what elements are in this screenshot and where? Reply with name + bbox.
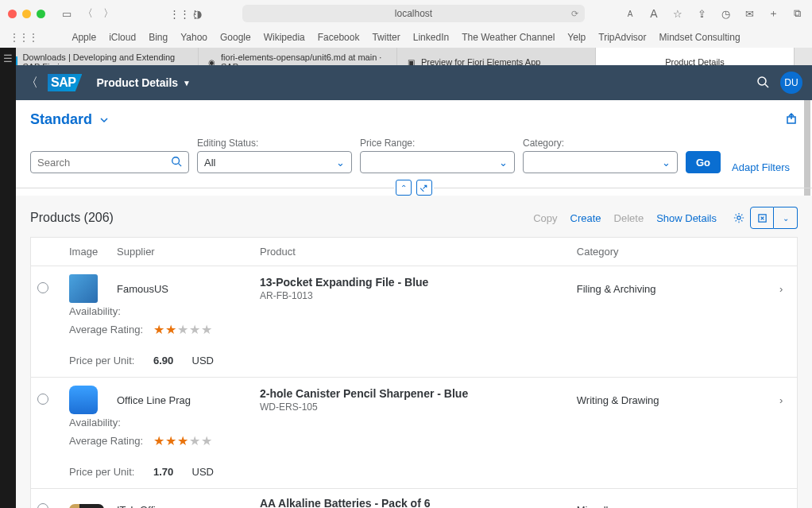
- nav-back-icon[interactable]: 〈: [80, 6, 95, 21]
- category-select[interactable]: ⌄: [523, 151, 678, 173]
- user-avatar[interactable]: DU: [780, 72, 802, 94]
- toolbar-right: A A ☆ ⇪ ◷ ✉ ＋ ⧉: [623, 6, 804, 21]
- product-id: AR-FB-1013: [260, 290, 564, 301]
- copy-button[interactable]: Copy: [527, 212, 563, 224]
- new-tab-icon[interactable]: ＋: [766, 6, 780, 21]
- create-button[interactable]: Create: [564, 212, 608, 224]
- chevron-down-icon: ⌄: [783, 214, 789, 223]
- svg-line-1: [765, 84, 768, 87]
- chevron-down-icon: ▼: [183, 79, 191, 87]
- editing-status-select[interactable]: All ⌄: [197, 151, 352, 173]
- collapse-header-button[interactable]: ⌃: [396, 180, 412, 196]
- price-range-filter: Price Range: ⌄: [360, 138, 515, 173]
- gear-icon: [733, 212, 744, 223]
- search-filter: [30, 151, 189, 173]
- close-window-icon[interactable]: [8, 10, 17, 18]
- bookmark-link[interactable]: Apple: [72, 32, 96, 43]
- rating-stars: ★★★★★: [153, 322, 213, 337]
- bookmark-link[interactable]: Mindset Consulting: [659, 32, 740, 43]
- row-radio[interactable]: [37, 282, 48, 293]
- reload-icon[interactable]: ⟳: [571, 9, 578, 19]
- availability-label: Availability:: [69, 305, 147, 317]
- export-segmented: ⌄: [750, 207, 798, 229]
- bookmarks-menu-icon[interactable]: ⋮⋮⋮: [10, 32, 38, 43]
- shell-bar: 〈 SAP Product Details ▼ DU: [16, 65, 812, 100]
- bookmark-link[interactable]: LinkedIn: [413, 32, 449, 43]
- text-size-large-icon[interactable]: A: [647, 7, 661, 20]
- apps-grid-icon[interactable]: ⋮⋮⋮: [169, 8, 184, 20]
- row-nav-icon[interactable]: ›: [779, 283, 783, 295]
- col-product: Product: [253, 238, 570, 266]
- row-nav-icon[interactable]: ›: [779, 504, 783, 509]
- mail-icon[interactable]: ✉: [742, 8, 756, 20]
- settings-button[interactable]: [728, 207, 750, 229]
- search-input[interactable]: [30, 151, 189, 173]
- go-button[interactable]: Go: [686, 151, 721, 173]
- text-size-small-icon[interactable]: A: [623, 10, 637, 18]
- bookmark-star-icon[interactable]: ☆: [671, 8, 685, 20]
- pin-header-button[interactable]: [416, 180, 432, 196]
- filter-label: Price Range:: [360, 138, 515, 149]
- filter-label: Editing Status:: [197, 138, 352, 149]
- search-field[interactable]: [37, 157, 171, 169]
- bookmark-link[interactable]: Yelp: [567, 32, 586, 43]
- supplier-cell: FamousUS: [110, 283, 253, 295]
- product-thumbnail: [69, 386, 98, 414]
- bookmark-link[interactable]: Bing: [149, 32, 168, 43]
- row-nav-icon[interactable]: ›: [779, 394, 783, 406]
- shield-icon[interactable]: ◑: [190, 8, 204, 20]
- address-text: localhost: [395, 8, 432, 19]
- chevron-down-icon: ⌄: [499, 157, 508, 169]
- search-icon[interactable]: [756, 76, 769, 91]
- category-filter: Category: ⌄: [523, 138, 678, 173]
- filter-label: Category:: [523, 138, 678, 149]
- price-range-select[interactable]: ⌄: [360, 151, 515, 173]
- bookmark-link[interactable]: Wikipedia: [264, 32, 305, 43]
- table-area: Products (206) Copy Create Delete Show D…: [16, 196, 812, 508]
- export-menu-button[interactable]: ⌄: [774, 207, 798, 229]
- row-radio[interactable]: [37, 394, 48, 405]
- bookmark-link[interactable]: Google: [220, 32, 251, 43]
- product-name: AA Alkaline Batteries - Pack of 6: [260, 497, 564, 508]
- bookmark-link[interactable]: Yahoo: [180, 32, 207, 43]
- minimize-window-icon[interactable]: [22, 10, 31, 18]
- table-row[interactable]: Office Line Prag 2-hole Canister Pencil …: [31, 378, 797, 489]
- svg-line-4: [179, 163, 182, 166]
- fiori-app: 〈 SAP Product Details ▼ DU Standard: [16, 65, 812, 508]
- svg-point-0: [758, 77, 766, 85]
- table-row[interactable]: FamousUS 13-Pocket Expanding File - Blue…: [31, 266, 797, 378]
- window-controls: [8, 10, 45, 18]
- share-action-icon[interactable]: [785, 112, 798, 127]
- bookmark-link[interactable]: Facebook: [318, 32, 360, 43]
- col-supplier: Supplier: [110, 238, 253, 266]
- supplier-cell: ITeL-Office: [110, 504, 253, 509]
- bookmark-link[interactable]: iCloud: [109, 32, 136, 43]
- share-icon[interactable]: ⇪: [694, 8, 709, 20]
- export-button[interactable]: [750, 207, 774, 229]
- tabs-overview-icon[interactable]: ⧉: [790, 7, 804, 20]
- history-icon[interactable]: ◷: [718, 8, 733, 20]
- show-details-button[interactable]: Show Details: [650, 212, 723, 224]
- bookmark-link[interactable]: Twitter: [372, 32, 400, 43]
- bookmark-link[interactable]: The Weather Channel: [462, 32, 555, 43]
- col-category: Category: [570, 238, 773, 266]
- product-thumbnail: [69, 274, 98, 303]
- table-row[interactable]: ITeL-Office AA Alkaline Batteries - Pack…: [31, 489, 797, 508]
- adapt-filters-link[interactable]: Adapt Filters: [729, 161, 793, 173]
- shell-title[interactable]: Product Details ▼: [96, 76, 191, 89]
- nav-forward-icon[interactable]: 〉: [101, 6, 115, 21]
- maximize-window-icon[interactable]: [37, 10, 45, 18]
- col-image: Image: [63, 238, 110, 266]
- delete-button[interactable]: Delete: [608, 212, 651, 224]
- sap-logo[interactable]: SAP: [48, 74, 82, 91]
- address-bar[interactable]: localhost ⟳: [242, 5, 585, 22]
- menu-icon[interactable]: ☰: [3, 52, 13, 64]
- sidebar-toggle-icon[interactable]: ▭: [60, 8, 74, 20]
- row-radio[interactable]: [37, 503, 48, 509]
- bookmarks-bar: ⋮⋮⋮ Apple iCloud Bing Yahoo Google Wikip…: [0, 27, 812, 48]
- variant-selector[interactable]: Standard: [30, 111, 110, 128]
- search-icon[interactable]: [171, 156, 182, 169]
- nav-back-button[interactable]: 〈: [25, 75, 38, 91]
- bookmark-link[interactable]: TripAdvisor: [598, 32, 646, 43]
- variant-header: Standard: [16, 100, 812, 133]
